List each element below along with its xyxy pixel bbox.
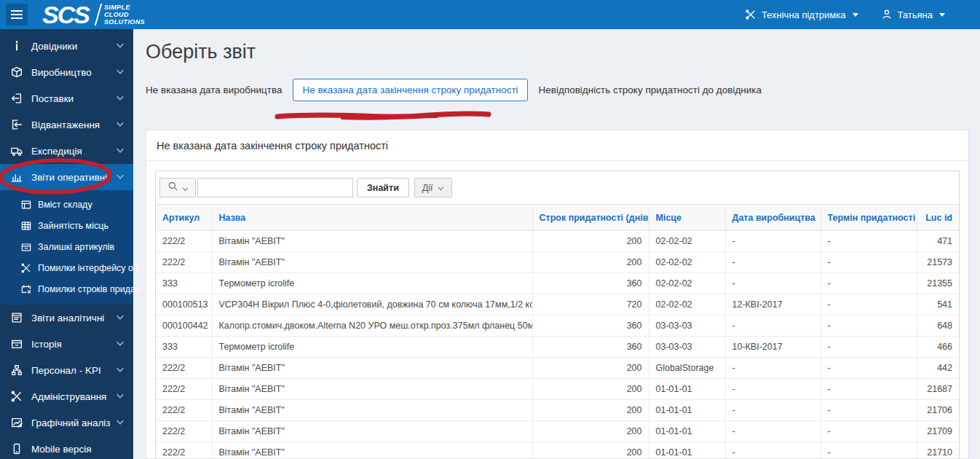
sidebar-item-9[interactable]: Адміністрування [0,383,133,409]
table-cell: 333 [156,337,212,358]
table-cell: GlobalStorage [649,358,725,379]
sidebar-item-10[interactable]: Графічний аналіз [0,409,133,436]
table-cell: 222/2 [156,421,212,442]
table-header-row: АртикулНазваСтрок придатності (днів)Місц… [156,205,959,231]
report-panel: Не вказана дата закінчення строку придат… [146,130,969,459]
table-cell: 21706 [917,400,959,421]
reports-icon [9,170,24,184]
table-cell: 000100513 [156,294,212,315]
sidebar-subitem-4[interactable]: Помилки строків придат... [0,278,133,299]
column-header-5[interactable]: Термін придатності [821,205,917,231]
table-cell: 02-02-02 [649,252,725,273]
table-cell: - [725,358,821,379]
sidebar-item-11[interactable]: Mobile версія [0,436,133,459]
report-grid: Знайти Дії АртикулНазваСтрок придатності… [155,170,960,459]
table-row: 000100513VCP304H Вікрил Плюс 4-0,фіолето… [156,294,959,315]
table-cell: 360 [532,337,649,358]
sidebar-item-8[interactable]: Персонал - KPI [0,357,133,383]
sidebar-item-label: Історія [31,339,62,350]
sidebar-item-label: Звіти оперативні [31,172,107,183]
column-header-2[interactable]: Строк придатності (днів) [532,205,649,231]
table-row: 222/2Вітамін "АЕВІТ"20002-02-02--471 [156,231,959,252]
find-button[interactable]: Знайти [357,178,409,197]
table-cell: 200 [532,421,649,442]
user-menu[interactable]: Татьяна [880,8,945,21]
sidebar-item-5[interactable]: Звіти оперативні [0,164,133,190]
tab-report-1[interactable]: Не вказана дата закінчення строку придат… [293,79,527,101]
table-cell: Вітамін "АЕВІТ" [212,442,532,459]
table-cell: - [725,231,821,252]
personnel-icon [9,363,24,377]
table-cell: 02-02-02 [649,294,725,315]
search-input[interactable] [197,178,353,197]
search-options-button[interactable] [159,178,196,197]
report-table: АртикулНазваСтрок придатності (днів)Місц… [156,204,959,459]
table-row: 222/2Вітамін "АЕВІТ"20001-01-01--21710 [156,442,959,459]
table-cell: 21710 [917,442,959,459]
table-cell: - [821,421,917,442]
table-cell: 200 [532,400,649,421]
chevron-down-icon [116,149,124,154]
sidebar-item-3[interactable]: Відвантаження [0,111,133,138]
table-cell: 200 [532,231,649,252]
sidebar-item-0[interactable]: Довідники [0,33,133,59]
sidebar-item-7[interactable]: Історія [0,331,133,357]
sidebar-item-label: Експедиція [31,146,82,157]
sidebar-subitem-3[interactable]: Помилки інтерфейсу об... [0,257,133,278]
sidebar-subitem-0[interactable]: Вміст складу [0,194,133,215]
table-cell: - [725,252,821,273]
table-cell: 01-01-01 [649,400,725,421]
tech-support-menu[interactable]: Технічна підтримка [744,8,858,21]
sidebar-subitem-2[interactable]: Залишкі артикулів [0,236,133,257]
tech-support-icon [744,8,757,21]
sidebar-item-6[interactable]: Звіти аналітичні [0,305,133,331]
actions-dropdown-button[interactable]: Дії [414,178,452,197]
table-cell: - [821,273,917,294]
sidebar-item-4[interactable]: Експедиція [0,138,133,164]
column-header-1[interactable]: Назва [212,205,532,231]
table-cell: Термометр icrolife [212,337,532,358]
main-content: Оберіть звіт Не вказана дата виробництва… [133,29,980,459]
chevron-down-icon [438,183,444,193]
table-cell: - [821,231,917,252]
production-icon [9,65,24,79]
chevron-down-icon [182,181,189,195]
tab-report-0[interactable]: Не вказана дата виробництва [146,85,282,95]
table-cell: 720 [532,294,649,315]
table-cell: Вітамін "АЕВІТ" [212,358,532,379]
sidebar-item-2[interactable]: Поставки [0,85,133,111]
tab-report-2[interactable]: Невідповідність строку придатності до до… [539,85,762,95]
logo-tagline: SIMPLE CLOUD SOLUTIONS [104,4,145,26]
search-toolbar: Знайти Дії [156,171,959,204]
column-header-6[interactable]: Luc id [917,205,959,231]
table-cell: 000100442 [156,315,212,337]
actions-label: Дії [422,183,433,193]
table-cell: 222/2 [156,400,212,421]
table-cell: 333 [156,273,212,294]
tech-support-label: Технічна підтримка [762,9,846,20]
table-cell: - [725,273,821,294]
chevron-down-icon [116,70,124,75]
column-header-4[interactable]: Дата виробництва [725,205,821,231]
table-cell: 10-КВІ-2017 [725,337,821,358]
expiry-errors-icon [20,283,32,295]
table-cell: 360 [532,273,649,294]
top-header: SCS SIMPLE CLOUD SOLUTIONS Технічна підт… [0,0,980,29]
chevron-down-icon [853,13,858,17]
sidebar-item-label: Адміністрування [31,391,106,402]
table-cell: 01-01-01 [649,421,725,442]
table-cell: - [725,379,821,400]
sidebar-nav: ДовідникиВиробництвоПоставкиВідвантаженн… [0,29,133,459]
sidebar-subitem-1[interactable]: Зайнятість місць [0,215,133,236]
column-header-3[interactable]: Місце [649,205,725,231]
table-cell: - [821,315,917,337]
table-cell: 360 [532,315,649,337]
sidebar-item-1[interactable]: Виробництво [0,59,133,85]
table-cell: 01-01-01 [649,379,725,400]
column-header-0[interactable]: Артикул [156,205,212,231]
chevron-down-icon [116,315,124,321]
table-cell: Вітамін "АЕВІТ" [212,400,532,421]
hamburger-menu-button[interactable] [6,4,28,26]
sidebar-item-label: Персонал - KPI [31,365,101,376]
table-cell: - [821,442,917,459]
